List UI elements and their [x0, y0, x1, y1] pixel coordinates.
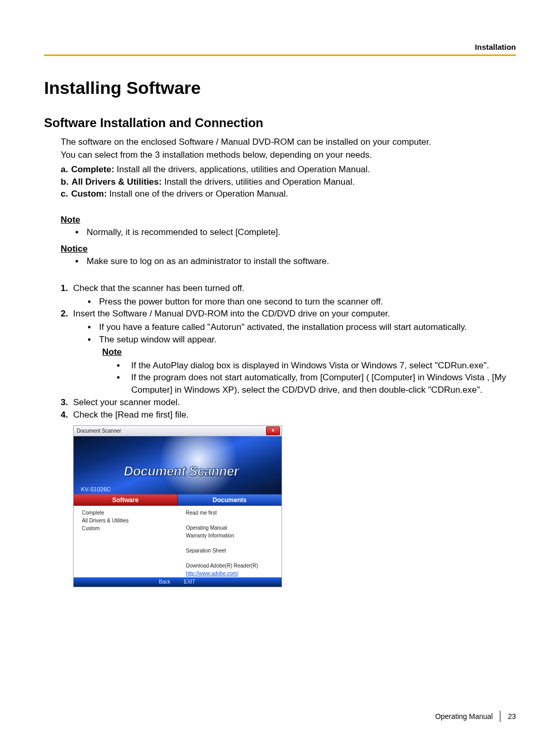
spacer	[186, 555, 282, 562]
intro-line-1: The software on the enclosed Software / …	[61, 136, 516, 148]
software-item-drivers[interactable]: All Drivers & Utilities	[82, 517, 178, 524]
option-c-letter: c.	[61, 189, 71, 199]
installer-window: Document Scanner x Document Scanner KV-S…	[73, 425, 282, 587]
step-2-note-1: If the AutoPlay dialog box is displayed …	[117, 359, 516, 372]
option-c-desc: Install one of the drivers or Operation …	[107, 189, 288, 199]
step-3-text: Select your scanner model.	[73, 397, 180, 407]
step-4-text: Check the [Read me first] file.	[73, 410, 189, 420]
step-2-note-label: Note	[102, 346, 516, 358]
step-2-sub-1: If you have a feature called "Autorun" a…	[88, 321, 516, 334]
option-a-title: Complete:	[71, 164, 114, 174]
option-b-desc: Install the drivers, utilities and Opera…	[162, 177, 355, 187]
option-a: a.Complete: Install all the drivers, app…	[61, 163, 516, 176]
header-section: Installation	[44, 43, 516, 54]
section-title: Software Installation and Connection	[44, 116, 516, 130]
option-a-letter: a.	[61, 164, 71, 174]
note-item-1: Normally, it is recommended to select [C…	[75, 226, 516, 239]
banner-logo-text: Document Scanner	[81, 464, 282, 479]
spacer	[186, 517, 282, 524]
documents-item-manual[interactable]: Operating Manual	[186, 524, 282, 532]
step-4: 4. Check the [Read me first] file.	[61, 409, 516, 421]
option-b: b.All Drivers & Utilities: Install the d…	[61, 176, 516, 188]
footer-separator	[500, 711, 500, 722]
model-number: KV-S1026C	[81, 486, 282, 492]
window-title: Document Scanner	[77, 428, 121, 434]
intro-block: The software on the enclosed Software / …	[61, 136, 516, 200]
software-header: Software	[74, 494, 178, 506]
documents-header: Documents	[178, 494, 282, 506]
step-4-num: 4.	[61, 409, 68, 421]
step-2-text: Insert the Software / Manual DVD-ROM int…	[73, 309, 390, 319]
option-b-letter: b.	[61, 177, 72, 187]
documents-column: Documents Read me first Operating Manual…	[178, 494, 282, 577]
page-footer: Operating Manual 23	[435, 711, 516, 722]
documents-item-separation[interactable]: Separation Sheet	[186, 547, 282, 555]
option-c: c.Custom: Install one of the drivers or …	[61, 188, 516, 200]
notice-label: Notice	[61, 244, 516, 254]
close-button[interactable]: x	[266, 426, 280, 435]
notice-item-1: Make sure to log on as an administrator …	[75, 255, 516, 268]
back-button[interactable]: Back	[159, 579, 170, 585]
documents-item-adobe: Download Adobe(R) Reader(R)	[186, 562, 282, 570]
installer-footer: BackEXIT	[74, 577, 282, 587]
banner: Document Scanner KV-S1026C	[74, 436, 282, 494]
option-c-title: Custom:	[71, 189, 107, 199]
documents-item-warranty[interactable]: Warranty Information	[186, 532, 282, 540]
software-column: Software Complete All Drivers & Utilitie…	[74, 494, 178, 577]
step-1-text: Check that the scanner has been turned o…	[73, 283, 244, 293]
header-rule	[44, 54, 516, 56]
adobe-link[interactable]: http://www.adobe.com/	[186, 571, 239, 576]
option-a-desc: Install all the drivers, applications, u…	[114, 164, 370, 174]
software-item-custom[interactable]: Custom	[82, 524, 178, 532]
documents-item-readme[interactable]: Read me first	[186, 509, 282, 517]
step-3-num: 3.	[61, 396, 68, 409]
footer-page-number: 23	[508, 712, 516, 721]
step-2-num: 2.	[61, 308, 68, 320]
software-item-complete[interactable]: Complete	[82, 509, 178, 517]
intro-line-2: You can select from the 3 installation m…	[61, 149, 516, 161]
step-1: 1. Check that the scanner has been turne…	[61, 282, 516, 308]
spacer	[186, 540, 282, 547]
step-2-sub-2: The setup window will appear.	[88, 334, 516, 346]
option-b-title: All Drivers & Utilities:	[72, 177, 162, 187]
step-3: 3. Select your scanner model.	[61, 396, 516, 409]
step-1-num: 1.	[61, 282, 68, 295]
note-label-1: Note	[61, 215, 516, 225]
footer-manual-name: Operating Manual	[435, 712, 493, 721]
titlebar: Document Scanner x	[74, 426, 282, 436]
page-title: Installing Software	[44, 78, 516, 98]
step-1-sub-1: Press the power button for more than one…	[88, 296, 516, 308]
step-2-note-2: If the program does not start automatica…	[117, 371, 516, 396]
exit-button[interactable]: EXIT	[184, 579, 195, 585]
step-2: 2. Insert the Software / Manual DVD-ROM …	[61, 308, 516, 396]
